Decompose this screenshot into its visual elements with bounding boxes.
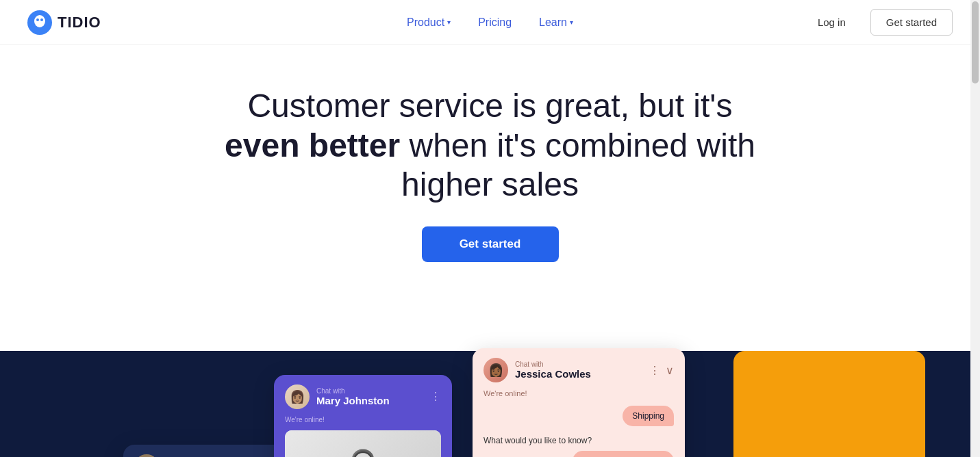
logo-text: TIDIO [58,14,101,31]
hero-section: Customer service is great, but it's even… [0,45,980,283]
jessica-menu-icon[interactable]: ⋮ [649,364,660,377]
product-chevron-icon: ▾ [447,18,451,26]
chat-card-suzy: 👨🏾 Chat with Suzy Guthrie ⋮ We typically… [123,445,288,457]
jessica-header-actions: ⋮ ∨ [649,364,674,377]
avatar-mary: 👩🏽 [285,384,310,409]
nav-learn[interactable]: Learn ▾ [528,11,584,34]
scrollbar-thumb[interactable] [972,1,979,83]
svg-point-1 [34,15,45,27]
jessica-collapse-icon[interactable]: ∨ [666,364,674,377]
logo-area: TIDIO [27,10,101,35]
mary-menu-icon[interactable]: ⋮ [430,390,441,403]
demo-yellow-panel [733,351,925,457]
jessica-question: What would you like to know? [483,436,674,445]
mary-online-status: We're online! [285,416,441,423]
navbar: TIDIO Product ▾ Pricing Learn ▾ Log in G… [0,0,980,45]
chat-card-jessica: 👩🏾 Chat with Jessica Cowles ⋮ ∨ We're on… [473,348,685,457]
shipping-bubble: Shipping [623,406,674,426]
avatar-jessica: 👩🏾 [483,358,508,382]
learn-chevron-icon: ▾ [570,18,573,26]
nav-product[interactable]: Product ▾ [396,11,462,34]
jessica-body: We're online! Shipping What would you li… [473,389,685,457]
svg-point-2 [36,18,39,21]
where-ship-bubble: Where do you ship to? [573,451,674,457]
avatar-suzy: 👨🏾 [134,454,159,457]
chat-card-mary: 👩🏽 Chat with Mary Johnston ⋮ We're onlin… [274,375,452,457]
jessica-header-text: Chat with Jessica Cowles [515,361,591,380]
product-card: 🎧 White headphones Very small headphones… [285,430,441,457]
svg-point-3 [40,18,43,21]
tidio-logo-icon [27,10,52,35]
mary-header-text: Chat with Mary Johnston [316,387,390,406]
hero-title: Customer service is great, but it's even… [223,86,757,205]
jessica-online-status: We're online! [483,389,674,397]
get-started-hero-button[interactable]: Get started [422,226,559,262]
navbar-center: Product ▾ Pricing Learn ▾ [396,11,584,34]
scrollbar[interactable] [970,0,980,457]
demo-section: 👨🏾 Chat with Suzy Guthrie ⋮ We typically… [0,310,980,457]
product-image: 🎧 [285,430,441,457]
get-started-nav-button[interactable]: Get started [870,9,953,36]
login-button[interactable]: Log in [804,11,859,34]
navbar-right: Log in Get started [804,9,953,36]
headphone-icon: 🎧 [349,448,377,457]
nav-pricing[interactable]: Pricing [467,11,523,34]
